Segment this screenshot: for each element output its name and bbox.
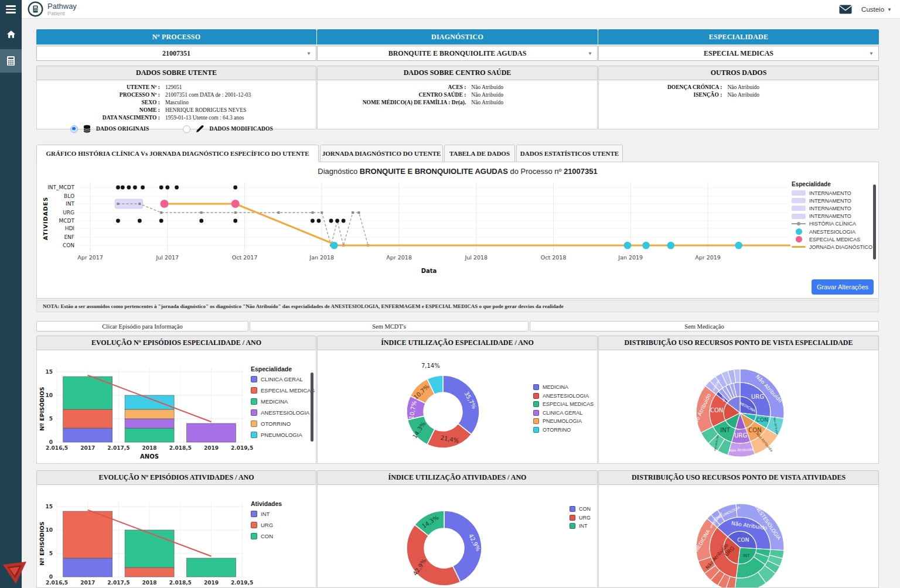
legend-item[interactable]: INTERNAMENTO xyxy=(792,197,872,204)
chevron-down-icon: ▼ xyxy=(588,51,592,56)
utente-panel: DADOS SOBRE UTENTE UTENTE Nº :129051 PRO… xyxy=(36,66,316,129)
legend-item[interactable]: INTERNAMENTO xyxy=(792,213,872,220)
episode-info-button[interactable]: Clicar Episódio para Informação xyxy=(36,321,248,331)
svg-text:2018: 2018 xyxy=(142,445,157,451)
legend-item[interactable]: OTORRINO xyxy=(251,421,315,427)
especialidade-donut-chart[interactable]: 35,7%21,4%14,3%10,7%10,7%7,14%MEDICINAAN… xyxy=(317,350,598,464)
diagnostico-select[interactable]: BRONQUITE E BRONQUIOLITE AGUDAS ▼ xyxy=(317,46,598,61)
legend-label: MEDICINA xyxy=(261,398,288,405)
legend-item[interactable]: URG xyxy=(251,522,282,528)
legend-swatch xyxy=(570,523,575,529)
legend-item[interactable]: OTORRINO xyxy=(533,427,594,433)
legend-item[interactable]: MEDICINA xyxy=(533,384,594,390)
donut-chart-svg: 42,9%42,9%14,3% xyxy=(318,485,598,588)
user-menu[interactable]: Custeio ▼ xyxy=(861,6,892,13)
timeline-chart[interactable]: Apr 2017Jul 2017Oct 2017Jan 2018Apr 2018… xyxy=(40,177,790,278)
legend-item[interactable]: JORNADA DIAGNÓSTICO xyxy=(792,243,872,251)
legend-item[interactable]: PNEUMOLOGIA xyxy=(533,418,594,424)
info-row: UTENTE Nº :129051 xyxy=(37,84,316,91)
diagnostico-selector: DIAGNÓSTICO BRONQUITE E BRONQUIOLITE AGU… xyxy=(317,29,598,61)
panel-title: ÍNDICE UTILIZAÇÃO ATIVIDADES / ANO xyxy=(317,470,598,485)
dados-modificados-radio[interactable] xyxy=(183,125,190,133)
mail-icon[interactable] xyxy=(839,5,852,14)
tab-grafico-historia-clinica[interactable]: GRÁFICO HISTÓRIA CLÍNICA Vs JORNADA DIAG… xyxy=(36,145,319,162)
legend-swatch xyxy=(792,198,806,203)
bar-segment xyxy=(125,409,174,419)
bar-segment xyxy=(63,511,112,558)
legend-item[interactable]: INTERNAMENTO xyxy=(792,204,872,212)
menu-toggle-icon[interactable] xyxy=(0,0,22,19)
legend-item[interactable]: HISTÓRIA CLÍNICA xyxy=(792,220,872,228)
legend-label: INT xyxy=(579,523,588,529)
svg-text:INT: INT xyxy=(743,553,750,558)
tab-dados-estatisticos[interactable]: DADOS ESTATÍSTICOS UTENTE xyxy=(516,145,623,162)
sidebar-item-calculator[interactable] xyxy=(0,49,22,73)
legend-scrollbar[interactable] xyxy=(873,184,876,259)
legend-label: INTERNAMENTO xyxy=(809,190,851,196)
legend-label: PNEUMOLOGIA xyxy=(543,418,582,424)
info-row: DATA NASCIMENTO :1959-01-13 Utente com :… xyxy=(37,114,316,122)
timeline-legend: EspecialidadeINTERNAMENTOINTERNAMENTOINT… xyxy=(792,181,872,251)
legend-item[interactable]: ESPECIAL MEDICAS xyxy=(792,235,872,243)
svg-text:Jan 2019: Jan 2019 xyxy=(618,254,643,261)
especialidade-sunburst-chart[interactable]: MEDICINAURGCONCONURGINTCONCONNão Atribuí… xyxy=(598,350,879,464)
sem-mcdts-button[interactable]: Sem MCDT's xyxy=(250,321,529,331)
info-row: ACES :Não Atribuído xyxy=(318,84,597,91)
especialidade-bar-chart[interactable]: 2.016,520172.017,520182.018,520192.019,5… xyxy=(36,350,316,464)
svg-text:2017: 2017 xyxy=(80,580,95,586)
bar-segment xyxy=(63,428,112,442)
legend-item[interactable]: ANESTESIOLOGIA xyxy=(792,228,872,235)
legend-swatch xyxy=(533,401,539,407)
especialidade-header: ESPECIALIDADE xyxy=(598,29,879,45)
legend-item[interactable]: ESPECIAL MEDICAS xyxy=(251,387,315,394)
legend-item[interactable]: INTERNAMENTO xyxy=(792,189,872,197)
svg-text:10: 10 xyxy=(45,392,53,398)
legend-item[interactable]: INT xyxy=(251,511,282,517)
svg-text:Jul 2017: Jul 2017 xyxy=(155,254,179,261)
legend-item[interactable]: ESPECIAL MEDICAS xyxy=(533,401,594,407)
legend-item[interactable]: CON xyxy=(251,533,282,539)
save-changes-button[interactable]: Gravar Alterações xyxy=(812,279,874,295)
atividades-sunburst-chart[interactable]: CONINTURGNão AtribuídoNão AtribuídoMEDIC… xyxy=(598,485,879,588)
legend-item[interactable]: CLINICA GERAL xyxy=(251,376,315,382)
legend-swatch xyxy=(533,393,539,399)
legend-item[interactable]: ANESTESIOLOGIA xyxy=(533,393,594,399)
legend-item[interactable]: PNEUMOLOGIA xyxy=(251,432,315,438)
tab-tabela-de-dados[interactable]: TABELA DE DADOS xyxy=(444,145,515,162)
atividades-bar-chart[interactable]: 2.016,520172.017,520182.018,520192.019,5… xyxy=(36,485,316,588)
outros-panel-title: OUTROS DADOS xyxy=(598,66,879,80)
anestesiologia-dot xyxy=(642,242,650,249)
legend-item[interactable]: CON xyxy=(570,506,591,512)
sidebar-item-home[interactable] xyxy=(0,23,22,45)
legend-item[interactable]: URG xyxy=(570,515,591,521)
legend-title: Especialidade xyxy=(792,181,872,187)
chevron-down-icon: ▼ xyxy=(306,51,311,56)
legend-item[interactable]: MEDICINA xyxy=(251,398,315,405)
especialidade-select[interactable]: ESPECIAL MEDICAS ▼ xyxy=(598,46,879,61)
bar-segment xyxy=(187,558,236,577)
legend-item[interactable]: CLINICA GERAL xyxy=(533,410,594,416)
brand[interactable]: Pathway Patient xyxy=(28,1,77,17)
processo-select[interactable]: 21007351 ▼ xyxy=(36,46,316,61)
svg-text:INT: INT xyxy=(66,201,74,207)
atividades-donut-chart[interactable]: 42,9%42,9%14,3%CONURGINT xyxy=(317,485,598,588)
dados-originais-radio[interactable] xyxy=(70,125,78,133)
legend-scrollbar[interactable] xyxy=(311,372,313,442)
diagnostico-value: BRONQUITE E BRONQUIOLITE AGUDAS xyxy=(388,49,527,58)
svg-text:Apr 2018: Apr 2018 xyxy=(386,254,412,261)
legend-item[interactable]: ANESTESIOLOGIA xyxy=(251,409,315,416)
svg-text:2.016,5: 2.016,5 xyxy=(46,445,68,451)
outros-dados-panel: OUTROS DADOS DOENÇA CRÓNICA :Não Atribuí… xyxy=(598,66,879,129)
home-icon xyxy=(6,29,16,39)
svg-text:2.017,5: 2.017,5 xyxy=(107,580,129,586)
svg-text:2017: 2017 xyxy=(80,445,95,451)
svg-text:INT: INT xyxy=(720,427,730,433)
tab-jornada-diagnostico[interactable]: JORNADA DIAGNÓSTICO DO UTENTE xyxy=(320,145,443,162)
info-row: NOME :HENRIQUE RODRIGUES NEVES xyxy=(37,107,316,114)
legend-item[interactable]: INT xyxy=(570,523,591,529)
svg-text:5: 5 xyxy=(49,416,53,422)
database-icon xyxy=(83,125,91,133)
legend-label: MEDICINA xyxy=(543,384,568,390)
info-row: CENTRO SAÚDE :Não Atribuído xyxy=(318,91,597,99)
sem-medicacao-button[interactable]: Sem Medicação xyxy=(530,321,879,331)
